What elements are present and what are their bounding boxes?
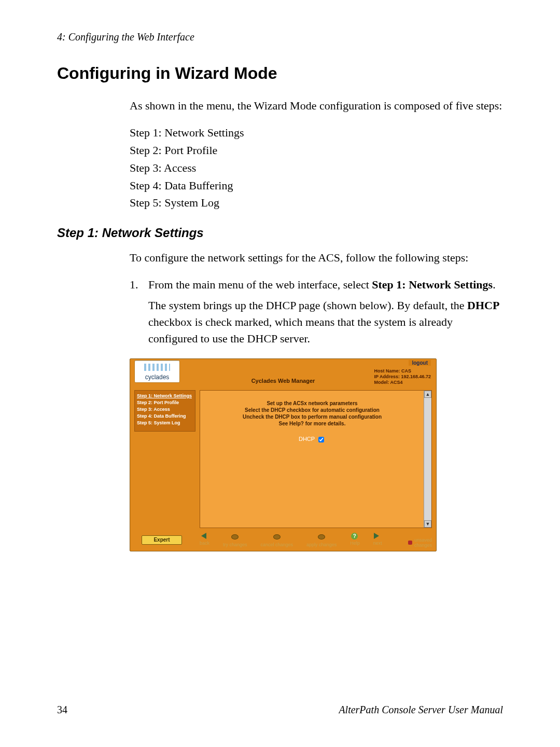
oval-icon xyxy=(318,534,325,540)
list-item-1-line1: From the main menu of the web interface,… xyxy=(148,276,503,293)
expert-button[interactable]: Expert xyxy=(142,535,182,545)
step-line: Step 3: Access xyxy=(130,160,503,176)
cancel-changes-button[interactable]: cancel changes xyxy=(261,533,293,548)
host-name: Host Name: CAS xyxy=(374,368,431,374)
arrow-right-icon xyxy=(374,533,379,539)
list-number: 1. xyxy=(130,276,148,347)
intro-paragraph: As shown in the menu, the Wizard Mode co… xyxy=(130,98,503,114)
instruction-text: Set up the ACSx network parameters Selec… xyxy=(200,400,424,427)
sidebar-item-step2[interactable]: Step 2: Port Profile xyxy=(137,399,193,406)
next-button[interactable]: next xyxy=(373,533,382,548)
sidebar-item-step5[interactable]: Step 5: System Log xyxy=(137,420,193,426)
help-icon: ? xyxy=(351,533,358,540)
step-line: Step 2: Port Profile xyxy=(130,142,503,159)
arrow-left-icon xyxy=(201,533,206,539)
dhcp-row: DHCP xyxy=(200,435,424,444)
apply-changes-button[interactable]: apply changes xyxy=(306,533,337,548)
logo-stripes-icon xyxy=(144,364,170,371)
list-item-1-line2: The system brings up the DHCP page (show… xyxy=(148,297,503,347)
oval-icon xyxy=(273,534,281,540)
help-button[interactable]: ? Help xyxy=(350,533,360,548)
running-header: 4: Configuring the Web Interface xyxy=(57,31,503,43)
try-changes-button[interactable]: try changes xyxy=(223,533,247,548)
step1-intro: To configure the network settings for th… xyxy=(130,250,503,266)
app-title: Cyclades Web Manager xyxy=(130,378,436,384)
dhcp-label: DHCP xyxy=(299,436,315,442)
scroll-down-icon[interactable]: ▼ xyxy=(424,520,431,528)
oval-icon xyxy=(231,534,239,540)
dhcp-checkbox[interactable] xyxy=(318,437,324,442)
manual-title: AlterPath Console Server User Manual xyxy=(339,704,503,716)
page-number: 34 xyxy=(57,704,67,716)
step-line: Step 5: System Log xyxy=(130,195,503,211)
unsaved-changes-indicator: unsaved changes xyxy=(408,537,432,548)
unsaved-dot-icon xyxy=(408,541,412,545)
heading-configuring-wizard: Configuring in Wizard Mode xyxy=(57,64,503,83)
vertical-scrollbar[interactable]: ▲ ▼ xyxy=(424,391,431,528)
steps-overview-list: Step 1: Network Settings Step 2: Port Pr… xyxy=(130,125,503,211)
step-line: Step 4: Data Buffering xyxy=(130,177,503,194)
step-line: Step 1: Network Settings xyxy=(130,125,503,141)
logout-link[interactable]: logout xyxy=(409,360,431,366)
scroll-up-icon[interactable]: ▲ xyxy=(424,391,431,398)
wizard-sidebar: Step 1: Network Settings Step 2: Port Pr… xyxy=(134,390,195,432)
footer-toolbar: back try changes cancel changes apply ch… xyxy=(200,530,432,548)
sidebar-item-step1[interactable]: Step 1: Network Settings xyxy=(137,393,193,399)
screenshot-dhcp-page: cyclades logout Host Name: CAS IP Addres… xyxy=(130,358,437,551)
sidebar-item-step4[interactable]: Step 4: Data Buffering xyxy=(137,413,193,420)
sidebar-item-step3[interactable]: Step 3: Access xyxy=(137,406,193,413)
back-button[interactable]: back xyxy=(200,533,209,548)
content-panel: ▲ ▼ Set up the ACSx network parameters S… xyxy=(200,390,432,528)
heading-step1: Step 1: Network Settings xyxy=(57,226,503,240)
